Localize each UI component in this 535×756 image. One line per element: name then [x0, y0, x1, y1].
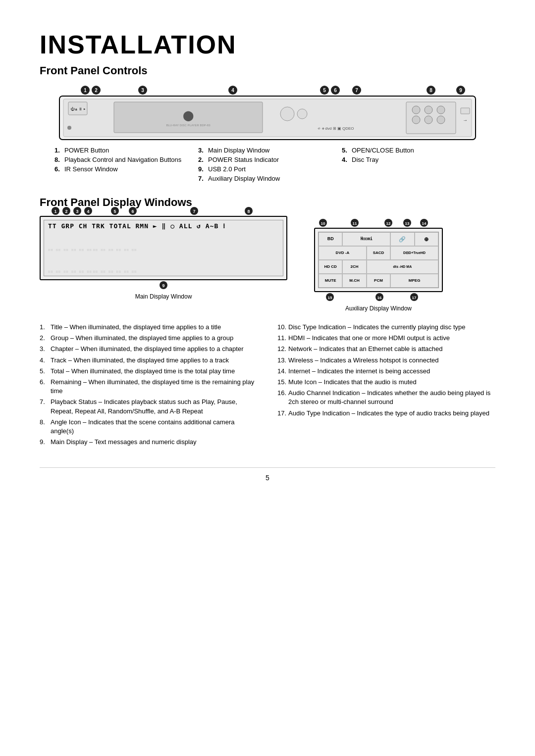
front-panel-controls-list: 1. POWER Button 3. Main Display Window 5…	[54, 147, 481, 182]
display-windows-row: 1 2 3 4 5 6 7 8	[40, 216, 495, 312]
page-title: INSTALLATION	[40, 30, 495, 59]
svg-text:2: 2	[65, 209, 67, 214]
svg-text:6: 6	[334, 88, 337, 93]
aux-display-label: Auxiliary Display Window	[345, 305, 412, 312]
svg-text:1: 1	[54, 209, 56, 214]
svg-text:4: 4	[87, 209, 89, 214]
svg-point-37	[67, 126, 71, 130]
svg-text:1: 1	[84, 88, 87, 93]
aux-mpeg: MPEG	[390, 274, 438, 288]
svg-text:8: 8	[429, 88, 432, 93]
aux-dd-truehd: D⊟D+TrueHD	[390, 246, 438, 260]
aux-hdmi: H⊟⊟mi	[342, 232, 390, 246]
aux-display-inner: BD H⊟⊟mi 🔗 ⊕ DVD -A SACD D⊟D+TrueHD HD C…	[318, 232, 439, 288]
svg-rect-35	[461, 108, 470, 114]
aux-mch: M.CH	[342, 274, 366, 288]
svg-text:⏻ ⏏ ⏸ ▶: ⏻ ⏏ ⏸ ▶	[70, 107, 86, 111]
aux-display-wrap: 10 11 12 13 14 BD H⊟⊟mi 🔗 ⊕	[314, 228, 443, 312]
control-item-8a: 8. Playback Control and Navigation Butto…	[54, 156, 193, 163]
svg-text:15: 15	[328, 296, 332, 300]
desc-item-6: 6. Remaining – When illuminated, the dis…	[40, 377, 258, 397]
desc-item-8: 8. Angle Icon – Indicates that the scene…	[40, 417, 258, 437]
svg-text:⬤: ⬤	[183, 110, 194, 121]
svg-text:7: 7	[355, 88, 358, 93]
svg-text:9: 9	[162, 283, 164, 288]
desc-item-11: 11. HDMI – Indicates that one or more HD…	[277, 333, 495, 344]
desc-item-1: 1. Title – When illuminated, the display…	[40, 322, 258, 333]
svg-text:13: 13	[405, 221, 410, 226]
display-top-text: TT GRP CH TRK TOTAL RMN ► ‖ ○ ALL ↺ A~B …	[48, 222, 279, 230]
desc-item-10: 10. Disc Type Indication – Indicates the…	[277, 322, 495, 333]
main-display-wrap: 1 2 3 4 5 6 7 8	[40, 216, 287, 300]
svg-text:5: 5	[323, 88, 326, 93]
section1-heading: Front Panel Controls	[40, 64, 495, 77]
svg-point-33	[425, 116, 432, 124]
desc-item-14: 14. Internet – Indicates the internet is…	[277, 366, 495, 377]
svg-text:10: 10	[321, 221, 325, 226]
aux-pcm: PCM	[367, 274, 390, 288]
svg-text:12: 12	[386, 221, 391, 226]
svg-point-25	[280, 107, 294, 121]
svg-point-26	[297, 109, 307, 119]
desc-item-7: 7. Playback Status – Indicates playback …	[40, 397, 258, 416]
svg-text:14: 14	[422, 221, 427, 226]
svg-point-30	[425, 106, 432, 114]
display-dots-2: ∷∷ ∷∷ ∷∷ ∷∷ ∷∷ ∷∷ ∷∷ ∷∷ ∷∷ ∷∷ ∷∷ ∷∷	[48, 270, 279, 274]
control-item-5: 5. OPEN/CLOSE Button	[342, 147, 481, 154]
aux-mute: MUTE	[319, 274, 342, 288]
desc-item-15: 15. Mute Icon – Indicates that the audio…	[277, 377, 495, 388]
control-item-7: 7. Auxiliary Display Window	[198, 175, 337, 182]
svg-text:2: 2	[95, 88, 98, 93]
svg-text:5: 5	[113, 209, 116, 214]
main-display-box: 1 2 3 4 5 6 7 8	[40, 216, 287, 280]
page-number: 5	[266, 474, 269, 482]
svg-text:16: 16	[377, 296, 382, 300]
control-item-6: 6. IR Sensor Window	[54, 165, 193, 173]
display-dots: ∷∷ ∷∷ ∷∷ ∷∷ ∷∷ ∷∷ ∷∷ ∷∷ ∷∷ ∷∷ ∷∷ ∷∷	[48, 248, 279, 252]
svg-text:9: 9	[459, 88, 462, 93]
svg-text:꩜  ⊕  dvd  ⊞  ▣  QDEO: ꩜ ⊕ dvd ⊞ ▣ QDEO	[317, 126, 354, 131]
front-panel-diagram: 1 2 3 4 5 6 7 8 9 ⏻ ⏏ ⏸ ▶ ⬤	[54, 84, 481, 144]
desc-item-9: 9. Main Display – Text messages and nume…	[40, 437, 258, 448]
desc-item-2: 2. Group – When illuminated, the display…	[40, 333, 258, 344]
aux-internet-icon: ⊕	[415, 232, 438, 246]
main-display-label: Main Display Window	[135, 293, 192, 300]
svg-text:17: 17	[412, 296, 417, 300]
svg-text:4: 4	[231, 88, 234, 93]
aux-network-icon: 🔗	[390, 232, 414, 246]
display-descriptions: 1. Title – When illuminated, the display…	[40, 322, 495, 448]
svg-text:11: 11	[353, 221, 357, 226]
main-display-inner: TT GRP CH TRK TOTAL RMN ► ‖ ○ ALL ↺ A~B …	[44, 220, 283, 276]
desc-item-4: 4. Track – When illuminated, the display…	[40, 355, 258, 366]
desc-item-12: 12. Network – Indicates that an Ethernet…	[277, 344, 495, 354]
aux-dts-hdma: dts -HD MA	[367, 260, 438, 274]
svg-text:→: →	[463, 117, 468, 123]
svg-point-29	[412, 106, 420, 114]
svg-text:3: 3	[141, 88, 144, 93]
desc-item-3: 3. Chapter – When illuminated, the displ…	[40, 344, 258, 354]
aux-sacd: SACD	[367, 246, 390, 260]
desc-item-16: 16. Audio Channel Indication – Indicates…	[277, 388, 495, 407]
desc-left-col: 1. Title – When illuminated, the display…	[40, 322, 258, 448]
control-item-2: 2. POWER Status Indicator	[198, 156, 337, 163]
svg-point-34	[437, 116, 445, 124]
aux-bd: BD	[319, 232, 342, 246]
aux-hd-cd: HD CD	[319, 260, 342, 274]
desc-right-col: 10. Disc Type Indication – Indicates the…	[277, 322, 495, 448]
page-footer: 5	[40, 467, 495, 482]
svg-point-31	[437, 106, 445, 114]
svg-text:3: 3	[76, 209, 78, 214]
svg-text:8: 8	[247, 209, 250, 214]
control-item-1: 1. POWER Button	[54, 147, 193, 154]
desc-item-13: 13. Wireless – Indicates a Wireless hots…	[277, 355, 495, 366]
svg-text:6: 6	[131, 209, 134, 214]
svg-text:BLU-RAY DISC PLAYER BDP-83: BLU-RAY DISC PLAYER BDP-83	[166, 124, 211, 127]
desc-item-17: 17. Audio Type Indication – Indicates th…	[277, 408, 495, 419]
svg-point-32	[412, 116, 420, 124]
control-item-9: 9. USB 2.0 Port	[198, 165, 337, 173]
svg-text:7: 7	[193, 209, 195, 214]
aux-dvd-a: DVD -A	[319, 246, 367, 260]
aux-2ch: 2CH	[342, 260, 366, 274]
control-item-4: 4. Disc Tray	[342, 156, 481, 163]
desc-item-5: 5. Total – When illuminated, the display…	[40, 366, 258, 377]
